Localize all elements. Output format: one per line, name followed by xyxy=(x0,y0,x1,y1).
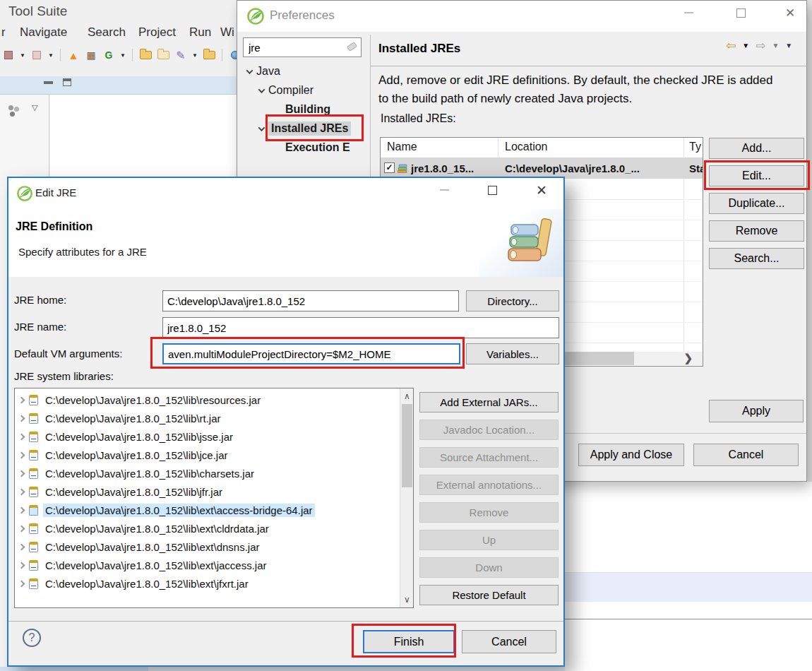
restore-default-button[interactable]: Restore Default xyxy=(419,585,559,605)
dropdown-icon[interactable]: ▼ xyxy=(191,47,198,63)
preferences-titlebar[interactable]: Preferences ✕ xyxy=(237,1,806,32)
scroll-right-icon[interactable]: ❯ xyxy=(683,352,693,364)
chevron-right-icon[interactable] xyxy=(18,433,25,440)
menu-item-partial[interactable]: r xyxy=(1,25,6,40)
duplicate-button[interactable]: Duplicate... xyxy=(709,193,804,214)
chevron-right-icon[interactable] xyxy=(18,488,25,495)
chevron-right-icon[interactable] xyxy=(18,470,25,477)
update-icon[interactable]: G xyxy=(102,47,116,63)
library-row[interactable]: C:\develop\Java\jre1.8.0_152\lib\ext\jac… xyxy=(15,556,413,574)
minimize-button[interactable] xyxy=(676,1,700,25)
step-icon[interactable] xyxy=(30,47,44,63)
tree-item-compiler[interactable]: Compiler xyxy=(259,82,314,99)
library-row[interactable]: C:\develop\Java\jre1.8.0_152\lib\jsse.ja… xyxy=(15,427,413,446)
menu-item-run[interactable]: Run xyxy=(189,25,211,40)
help-icon[interactable]: ? xyxy=(23,629,41,647)
minimize-view-icon[interactable] xyxy=(44,81,53,84)
boot-flame-icon[interactable]: ▲ xyxy=(66,47,80,63)
folder-icon[interactable] xyxy=(202,47,216,63)
directory-button[interactable]: Directory... xyxy=(466,290,559,311)
library-row[interactable]: C:\develop\Java\jre1.8.0_152\lib\ext\jfx… xyxy=(15,574,413,593)
dropdown-icon[interactable]: ▼ xyxy=(119,47,126,63)
library-row[interactable]: C:\develop\Java\jre1.8.0_152\lib\resourc… xyxy=(15,391,413,409)
vertical-scrollbar[interactable]: ∧ ∨ xyxy=(400,388,413,607)
library-row[interactable]: C:\develop\Java\jre1.8.0_152\lib\rt.jar xyxy=(15,409,413,427)
search-button[interactable]: Search... xyxy=(709,248,804,269)
menu-item-search[interactable]: Search xyxy=(88,25,126,40)
column-name[interactable]: Name xyxy=(387,141,417,153)
chevron-right-icon[interactable] xyxy=(18,525,25,532)
scroll-up-icon[interactable]: ∧ xyxy=(400,391,414,401)
column-location[interactable]: Location xyxy=(505,141,548,153)
main-window-title: Tool Suite xyxy=(8,4,67,19)
chevron-down-icon[interactable] xyxy=(246,67,253,74)
package-explorer-icon[interactable] xyxy=(8,105,13,110)
jre-name-input[interactable] xyxy=(162,317,559,338)
library-row[interactable]: C:\develop\Java\jre1.8.0_152\lib\ext\dns… xyxy=(15,538,413,556)
menu-bar: r Navigate Search Project Run Wi xyxy=(0,24,237,42)
system-libraries-list[interactable]: C:\develop\Java\jre1.8.0_152\lib\resourc… xyxy=(14,388,414,608)
minimize-button[interactable] xyxy=(432,178,456,202)
menu-item-navigate[interactable]: Navigate xyxy=(20,25,67,40)
chevron-down-icon[interactable] xyxy=(258,124,265,131)
folder-icon[interactable] xyxy=(156,47,170,63)
view-menu-icon[interactable]: ▽ xyxy=(32,103,37,112)
cancel-button[interactable]: Cancel xyxy=(462,630,556,653)
chevron-right-icon[interactable] xyxy=(18,562,25,569)
jar-icon xyxy=(29,523,38,534)
maximize-button[interactable] xyxy=(729,1,753,25)
tree-item-java[interactable]: Java xyxy=(247,63,280,80)
jre-home-input[interactable] xyxy=(162,290,459,311)
view-menu-dropdown-icon[interactable]: ▼ xyxy=(785,42,792,49)
remove-button[interactable]: Remove xyxy=(709,220,804,242)
library-row[interactable]: C:\develop\Java\jre1.8.0_152\lib\jfr.jar xyxy=(15,482,413,501)
chevron-right-icon[interactable] xyxy=(18,543,25,550)
apply-button[interactable]: Apply xyxy=(709,400,804,422)
cancel-button[interactable]: Cancel xyxy=(693,444,799,466)
tree-item-execution-environments[interactable]: Execution E xyxy=(285,139,350,156)
add-external-jars-button[interactable]: Add External JARs... xyxy=(419,392,559,412)
menu-item-window[interactable]: Wi xyxy=(220,25,234,40)
menu-item-project[interactable]: Project xyxy=(138,25,176,40)
grid-icon[interactable]: ▦ xyxy=(84,47,98,63)
open-folder-icon[interactable] xyxy=(138,47,153,63)
close-button[interactable]: ✕ xyxy=(778,1,802,25)
back-dropdown-icon[interactable]: ▼ xyxy=(742,42,749,49)
scroll-down-icon[interactable]: ∨ xyxy=(400,595,414,605)
toolbar-separator xyxy=(132,49,133,61)
maximize-view-icon[interactable] xyxy=(63,78,71,86)
annotation-installed-jres xyxy=(265,114,364,141)
library-row-selected[interactable]: C:\develop\Java\jre1.8.0_152\lib\ext\acc… xyxy=(15,501,413,519)
chevron-right-icon[interactable] xyxy=(18,451,25,458)
chevron-right-icon[interactable] xyxy=(18,415,25,422)
library-row[interactable]: C:\develop\Java\jre1.8.0_152\lib\ext\cld… xyxy=(15,519,413,538)
system-libraries-label: JRE system libraries: xyxy=(14,370,114,382)
forward-dropdown-icon[interactable]: ▼ xyxy=(772,42,779,49)
chevron-right-icon[interactable] xyxy=(18,506,25,513)
variables-button[interactable]: Variables... xyxy=(466,343,559,364)
stop-icon[interactable] xyxy=(1,47,16,63)
checkbox-checked[interactable]: ✓ xyxy=(384,162,395,173)
chevron-right-icon[interactable] xyxy=(18,580,25,587)
jar-icon xyxy=(29,560,38,571)
apply-and-close-button[interactable]: Apply and Close xyxy=(578,444,684,466)
library-row[interactable]: C:\develop\Java\jre1.8.0_152\lib\charset… xyxy=(15,464,413,482)
close-button[interactable]: ✕ xyxy=(530,178,554,202)
column-type[interactable]: Ty xyxy=(689,141,701,153)
filter-search-input[interactable] xyxy=(243,37,362,57)
edit-jre-titlebar[interactable]: Edit JRE ✕ xyxy=(8,178,563,209)
chevron-right-icon[interactable] xyxy=(18,396,25,403)
library-row[interactable]: C:\develop\Java\jre1.8.0_152\lib\jce.jar xyxy=(15,446,413,464)
maximize-button[interactable] xyxy=(480,178,504,202)
scrollbar-thumb[interactable] xyxy=(402,404,412,487)
brush-icon[interactable]: ✎ xyxy=(174,47,188,63)
dropdown-icon[interactable]: ▼ xyxy=(19,47,26,63)
background-divider xyxy=(565,619,812,619)
dropdown-icon[interactable]: ▼ xyxy=(47,47,54,63)
table-row[interactable]: ✓ jre1.8.0_15... C:\develop\Java\jre1.8.… xyxy=(381,158,703,179)
forward-arrow-icon[interactable]: ⇨ xyxy=(756,38,765,53)
library-books-icon xyxy=(507,213,554,270)
chevron-down-icon[interactable] xyxy=(258,86,265,93)
back-arrow-icon[interactable]: ⇦ xyxy=(726,38,736,53)
add-button[interactable]: Add... xyxy=(709,138,804,159)
